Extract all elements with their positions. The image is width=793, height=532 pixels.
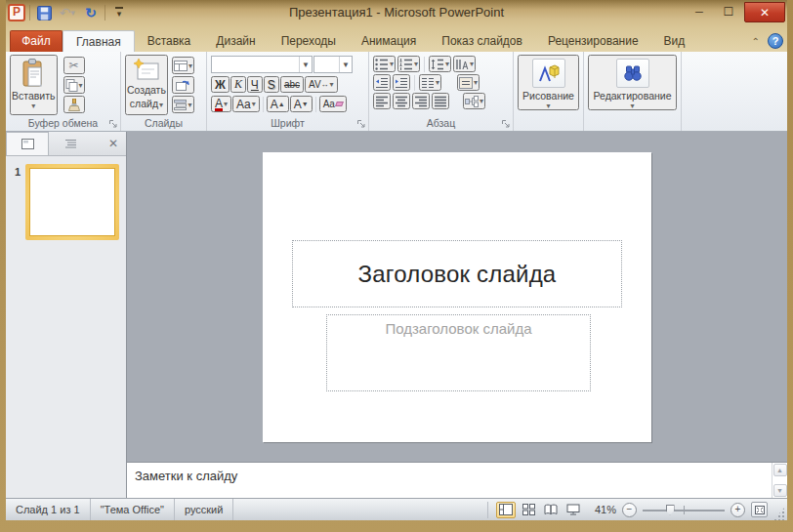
clipboard-icon — [21, 59, 46, 88]
group-label-clipboard: Буфер обмена — [6, 117, 120, 129]
paste-label: Вставить — [12, 90, 56, 102]
normal-view-button[interactable] — [496, 502, 516, 518]
zoom-slider[interactable] — [643, 503, 725, 517]
slide[interactable]: Заголовок слайда Подзаголовок слайда — [263, 152, 651, 442]
slide-thumbnail-selected[interactable] — [25, 164, 119, 240]
chevron-down-icon: ▼ — [339, 57, 352, 72]
paste-button[interactable]: Вставить — [10, 55, 58, 115]
underline-button[interactable]: Ч — [247, 76, 263, 93]
maximize-button[interactable]: ☐ — [715, 2, 742, 20]
collapse-ribbon-icon[interactable]: ⌃ — [752, 36, 760, 47]
cut-button[interactable]: ✂ — [63, 57, 85, 74]
change-case-button[interactable]: Aa — [232, 96, 260, 112]
reading-view-button[interactable] — [541, 502, 561, 518]
title-placeholder[interactable]: Заголовок слайда — [292, 240, 622, 307]
numbering-button[interactable] — [397, 56, 420, 72]
align-text-button[interactable] — [457, 74, 480, 91]
font-size-combo[interactable]: ▼ — [313, 56, 353, 73]
layout-button[interactable] — [172, 57, 194, 74]
section-button[interactable] — [172, 96, 194, 113]
character-spacing-button[interactable]: AV↔ — [305, 76, 338, 93]
convert-smartart-button[interactable] — [463, 93, 485, 109]
format-painter-icon — [67, 99, 80, 111]
numbering-icon — [399, 59, 413, 70]
format-painter-button[interactable] — [63, 96, 85, 113]
tab-transitions[interactable]: Переходы — [269, 30, 349, 52]
divider — [424, 57, 425, 72]
zoom-out-button[interactable]: − — [622, 503, 637, 517]
view-shortcuts — [487, 502, 583, 518]
zoom-level[interactable]: 41% — [589, 504, 616, 515]
notes-scrollbar[interactable]: ▲ ▼ — [772, 463, 787, 498]
columns-button[interactable] — [419, 74, 441, 91]
outline-tab-icon — [64, 139, 77, 148]
tab-home[interactable]: Главная — [63, 30, 135, 52]
align-center-button[interactable] — [393, 93, 410, 109]
italic-button[interactable]: К — [230, 76, 246, 93]
scroll-down-icon[interactable]: ▼ — [773, 484, 787, 497]
window-controls: ─ ☐ ✕ — [686, 2, 785, 22]
increase-indent-button[interactable] — [393, 74, 410, 91]
notes-panel[interactable]: Заметки к слайду ▲ ▼ — [127, 462, 787, 498]
group-drawing: Рисование — [514, 52, 584, 131]
justify-button[interactable] — [432, 93, 449, 109]
fit-to-window-button[interactable] — [751, 502, 768, 517]
slide-sorter-button[interactable] — [519, 502, 538, 518]
font-color-button[interactable]: A — [211, 96, 231, 112]
text-direction-icon — [455, 59, 469, 70]
subtitle-placeholder[interactable]: Подзаголовок слайда — [326, 314, 591, 391]
tab-slideshow[interactable]: Показ слайдов — [429, 30, 535, 52]
font-dialog-launcher[interactable] — [356, 119, 366, 129]
text-direction-button[interactable] — [453, 56, 476, 72]
smartart-icon — [465, 96, 479, 107]
tab-review[interactable]: Рецензирование — [535, 30, 651, 52]
clipboard-dialog-launcher[interactable] — [108, 119, 118, 129]
decrease-indent-button[interactable] — [373, 74, 391, 91]
slides-tab[interactable] — [6, 132, 49, 155]
font-name-combo[interactable]: ▼ — [211, 56, 313, 73]
tab-animations[interactable]: Анимация — [349, 30, 429, 52]
columns-icon — [421, 77, 435, 89]
reset-slide-button[interactable] — [172, 76, 194, 94]
tab-insert[interactable]: Вставка — [135, 30, 204, 52]
line-spacing-button[interactable] — [429, 56, 451, 72]
bullets-button[interactable] — [373, 56, 396, 72]
status-theme[interactable]: "Тема Office" — [91, 499, 175, 520]
status-slide-info[interactable]: Слайд 1 из 1 — [6, 499, 91, 520]
help-button[interactable]: ? — [768, 33, 783, 49]
align-right-button[interactable] — [412, 93, 430, 109]
slideshow-button[interactable] — [563, 502, 583, 518]
copy-button[interactable] — [63, 76, 85, 94]
minimize-button[interactable]: ─ — [686, 2, 713, 20]
normal-view-icon — [499, 504, 513, 515]
panel-close-icon[interactable]: ✕ — [101, 132, 126, 155]
status-language[interactable]: русский — [175, 499, 233, 520]
slideshow-icon — [566, 504, 580, 515]
bold-button[interactable]: Ж — [211, 76, 230, 93]
resize-grip[interactable] — [773, 507, 785, 520]
text-shadow-button[interactable]: S — [264, 76, 279, 93]
close-button[interactable]: ✕ — [744, 2, 785, 22]
grow-font-button[interactable]: A▲ — [267, 96, 289, 112]
clear-formatting-button[interactable]: Aa — [319, 96, 347, 112]
group-slides: Создать слайд — [121, 52, 207, 131]
drawing-button[interactable]: Рисование — [518, 55, 579, 110]
tab-design[interactable]: Дизайн — [203, 30, 268, 52]
zoom-slider-thumb[interactable] — [666, 505, 675, 515]
slide-sorter-icon — [522, 504, 535, 515]
outline-tab[interactable] — [49, 132, 92, 155]
group-font: ▼ ▼ Ж К Ч S abc AV↔ A Aa A▲ A▼ Aa Шрифт — [207, 52, 369, 131]
editing-button[interactable]: Редактирование — [588, 55, 677, 110]
group-editing: Редактирование — [584, 52, 682, 131]
tab-file[interactable]: Файл — [10, 30, 63, 52]
tab-view[interactable]: Вид — [651, 30, 698, 52]
scroll-up-icon[interactable]: ▲ — [773, 464, 787, 476]
group-clipboard: Вставить ✂ Буфер обм — [6, 52, 121, 131]
new-slide-button[interactable]: Создать слайд — [125, 55, 168, 115]
zoom-in-button[interactable]: + — [730, 503, 745, 517]
ribbon-tab-row: Файл Главная Вставка Дизайн Переходы Ани… — [6, 27, 787, 52]
align-left-button[interactable] — [373, 93, 391, 109]
strikethrough-button[interactable]: abc — [280, 76, 304, 93]
shrink-font-button[interactable]: A▼ — [290, 96, 313, 112]
paragraph-dialog-launcher[interactable] — [501, 119, 511, 129]
